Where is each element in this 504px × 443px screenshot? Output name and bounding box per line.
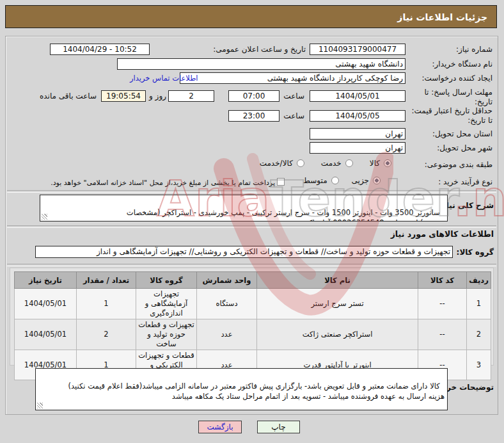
radio-partial[interactable]: جزیی bbox=[352, 176, 381, 185]
separator bbox=[7, 264, 496, 266]
cell-unit: دستگاه bbox=[197, 289, 257, 319]
radio-goods-service-label: کالا/خدمت bbox=[260, 159, 293, 168]
reply-deadline-label: مهلت ارسال پاسخ: تا تاریخ: bbox=[424, 88, 492, 107]
cell-qty: 2 bbox=[77, 319, 136, 350]
cell-unit: عدد bbox=[197, 319, 257, 350]
cell-name: تستر سرج ارستر bbox=[257, 289, 418, 319]
cell-group: تجهیزات آزمایشگاهی و اندازه‌گیری bbox=[136, 289, 197, 319]
general-desc-textarea[interactable]: سانورتر 3500 وات - اینورتر 1500 وات - سر… bbox=[40, 195, 448, 222]
column-header-qty: تعداد / مقدار bbox=[77, 272, 136, 289]
radio-medium[interactable]: متوسط bbox=[303, 176, 339, 185]
price-validity-time-field[interactable]: 23:00 bbox=[228, 110, 280, 122]
radio-medium-icon[interactable] bbox=[331, 177, 339, 184]
goods-group-label: گروه کالا: bbox=[457, 248, 494, 257]
radio-goods-service-icon[interactable] bbox=[297, 159, 304, 167]
radio-goods-service[interactable]: کالا/خدمت bbox=[260, 159, 304, 168]
province-field[interactable]: تهران bbox=[310, 128, 406, 140]
cell-date: 1404/05/01 bbox=[15, 289, 77, 319]
column-header-name: نام کالا bbox=[257, 272, 418, 289]
radio-medium-label: متوسط bbox=[303, 176, 327, 185]
remaining-days-label: روز و bbox=[149, 92, 166, 101]
process-type-radios: جزیی متوسط bbox=[303, 176, 381, 185]
cell-row: 3 bbox=[467, 350, 491, 380]
cell-row: 1 bbox=[467, 289, 491, 319]
buyer-org-label: نام دستگاه خریدار: bbox=[432, 60, 493, 69]
page-title: جزئیات اطلاعات نیاز bbox=[5, 5, 497, 28]
subject-class-radios: کالا خدمت کالا/خدمت bbox=[260, 159, 391, 168]
reply-deadline-date-field[interactable]: 1404/05/01 bbox=[310, 90, 406, 102]
reply-deadline-time-field[interactable]: 07:00 bbox=[228, 90, 280, 102]
back-button[interactable]: بازگشت bbox=[198, 421, 242, 433]
cell-code: -- bbox=[418, 319, 467, 350]
radio-goods[interactable]: کالا bbox=[370, 159, 391, 168]
resize-grip-icon[interactable] bbox=[37, 403, 43, 408]
price-hour-label: ساعت bbox=[283, 111, 304, 121]
price-validity-label: حداقل تاریخ اعتبار قیمت: تا تاریخ: bbox=[411, 106, 492, 125]
price-validity-date-field[interactable]: 1404/05/05 bbox=[310, 110, 406, 122]
table-row: 1 -- تستر سرج ارستر دستگاه تجهیزات آزمای… bbox=[15, 289, 491, 319]
city-field[interactable]: تهران bbox=[310, 142, 406, 154]
province-label: استان محل تحویل: bbox=[432, 129, 492, 139]
cell-qty: 1 bbox=[77, 289, 136, 319]
remaining-days-field[interactable]: 2 bbox=[168, 90, 214, 102]
radio-partial-icon[interactable] bbox=[373, 177, 381, 184]
column-header-group: گروه کالا bbox=[136, 272, 197, 289]
remaining-time-field[interactable]: 19:05:54 bbox=[101, 90, 146, 102]
general-desc-text: سانورتر 3500 وات - اینورتر 1500 وات - سر… bbox=[127, 208, 445, 222]
announce-label: تاریخ و ساعت اعلان عمومی: bbox=[213, 45, 306, 54]
creator-field[interactable]: رضا کوچکی کارپرداز دانشگاه شهید بهشتی bbox=[180, 72, 406, 84]
city-label: شهر محل تحویل: bbox=[437, 143, 492, 153]
treasury-checkbox[interactable] bbox=[277, 178, 285, 186]
need-number-field[interactable]: 1104093179000477 bbox=[310, 44, 406, 55]
column-header-unit: واحد شمارش bbox=[197, 272, 257, 289]
column-header-row: ردیف bbox=[467, 272, 491, 289]
process-type-label: نوع فرآیند خرید : bbox=[438, 177, 492, 187]
radio-goods-icon[interactable] bbox=[384, 159, 391, 167]
column-header-code: کد کالا bbox=[418, 272, 467, 289]
radio-service-label: خدمت bbox=[321, 159, 342, 168]
goods-group-field[interactable]: تجهیزات و قطعات حوزه تولید و ساخت// قطعا… bbox=[35, 246, 453, 258]
radio-goods-label: کالا bbox=[370, 159, 380, 168]
buyer-notes-text: کالا دارای ضمانت معتبر و قابل تعویض باشد… bbox=[68, 382, 445, 401]
separator bbox=[7, 190, 496, 193]
goods-table: ردیف کد کالا نام کالا واحد شمارش گروه کا… bbox=[14, 271, 491, 380]
table-row: 2 -- استراکچر صنعتی ژاکت عدد تجهیزات و ق… bbox=[15, 319, 491, 350]
treasury-note: پرداخت تمام یا بخشی از مبلغ خرید،از محل … bbox=[51, 178, 275, 188]
cell-code: -- bbox=[418, 289, 467, 319]
cell-date: 1404/05/01 bbox=[15, 319, 77, 350]
separator bbox=[7, 225, 496, 228]
subject-class-label: طبقه بندی موضوعی: bbox=[425, 160, 492, 170]
radio-partial-label: جزیی bbox=[352, 176, 369, 185]
buyer-contact-link[interactable]: اطلاعات تماس خریدار bbox=[130, 74, 198, 83]
radio-service[interactable]: خدمت bbox=[321, 159, 353, 168]
print-button[interactable]: چاپ bbox=[257, 421, 300, 433]
column-header-date: تاریخ نیاز bbox=[15, 272, 77, 289]
radio-service-icon[interactable] bbox=[345, 159, 353, 167]
cell-name: استراکچر صنعتی ژاکت bbox=[257, 319, 418, 350]
cell-row: 2 bbox=[467, 319, 491, 350]
cell-group: تجهیزات و قطعات حوزه تولید و ساخت bbox=[136, 319, 197, 350]
reply-hour-label: ساعت bbox=[283, 92, 304, 101]
goods-section-title: اطلاعات کالاهای مورد نیاز bbox=[391, 229, 494, 239]
announce-field[interactable]: 1404/04/29 - 10:52 bbox=[50, 44, 150, 55]
creator-label: ایجاد کننده درخواست: bbox=[421, 74, 492, 83]
table-header-row: ردیف کد کالا نام کالا واحد شمارش گروه کا… bbox=[15, 272, 491, 289]
resize-grip-icon[interactable] bbox=[42, 214, 47, 220]
buyer-org-field[interactable]: دانشگاه شهید بهشتی bbox=[117, 58, 406, 70]
buyer-notes-textarea[interactable]: کالا دارای ضمانت معتبر و قابل تعویض باشد… bbox=[35, 368, 448, 410]
need-number-label: شماره نیاز: bbox=[456, 45, 492, 54]
remaining-time-label: ساعت باقی مانده bbox=[40, 92, 97, 101]
